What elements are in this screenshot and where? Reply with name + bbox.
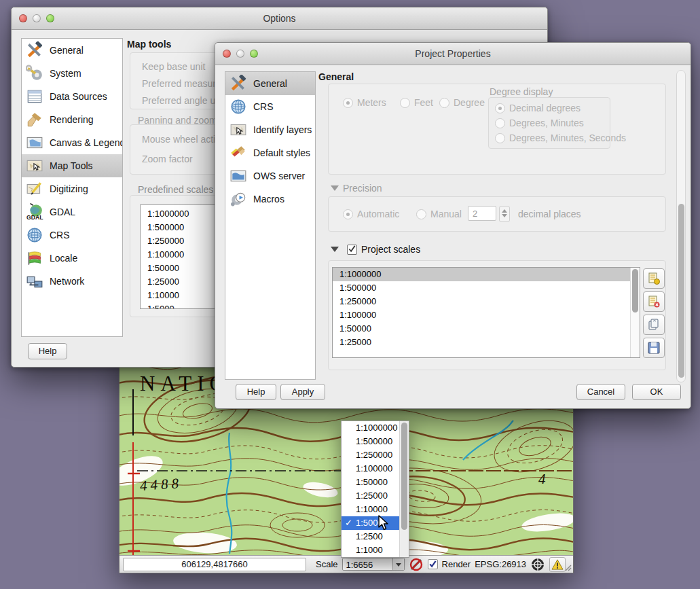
ok-button[interactable]: OK (632, 384, 681, 400)
sidebar-item-crs[interactable]: CRS (22, 224, 122, 247)
radio-automatic[interactable]: Automatic (343, 209, 399, 219)
flags-icon (26, 249, 43, 267)
remove-scale-button[interactable] (643, 291, 665, 312)
list-item[interactable]: 1:500000 (333, 281, 640, 295)
apply-button[interactable]: Apply (280, 384, 325, 400)
dialog-scrollbar[interactable] (676, 70, 686, 382)
gdal-icon: GDAL (26, 203, 43, 221)
sidebar-item-gdal[interactable]: GDAL GDAL (22, 200, 122, 224)
svg-text:GDAL: GDAL (26, 214, 43, 221)
list-scrollbar[interactable] (630, 268, 640, 357)
save-icon (647, 341, 661, 355)
sidebar-item-default-styles[interactable]: Default styles (225, 141, 315, 164)
sidebar-item-crs[interactable]: CRS (225, 95, 315, 118)
project-properties-window: Project Properties General CRS (215, 42, 691, 409)
scale-combobox[interactable]: 1:6656 (342, 558, 405, 571)
dropdown-scrollbar[interactable] (399, 421, 409, 557)
spin-down-icon[interactable] (502, 214, 507, 217)
map-text-elevation: 4488 (139, 475, 183, 495)
radio-degree[interactable]: Degree (439, 97, 485, 108)
load-scales-button[interactable] (643, 315, 665, 335)
list-item[interactable]: 1:1000000 (333, 268, 640, 281)
sidebar-item-digitizing[interactable]: Digitizing (22, 177, 122, 200)
triangle-down-icon[interactable] (331, 247, 339, 252)
sidebar-item-map-tools[interactable]: Map Tools (22, 154, 122, 177)
list-scrollbar-thumb[interactable] (632, 269, 638, 313)
cancel-button[interactable]: Cancel (576, 384, 625, 400)
radio-button[interactable] (416, 209, 426, 219)
add-scale-button[interactable] (643, 268, 665, 289)
sidebar-item-canvas-legend[interactable]: Canvas & Legend (22, 131, 122, 154)
sidebar-item-locale[interactable]: Locale (22, 247, 122, 270)
keep-base-unit-label[interactable]: Keep base unit (142, 61, 205, 72)
coordinate-display[interactable]: 606129,4817660 (123, 558, 306, 571)
radio-manual[interactable]: Manual (416, 209, 462, 219)
radio-degrees-minutes-seconds[interactable]: Degrees, Minutes, Seconds (495, 132, 626, 143)
mouse-cursor (378, 515, 390, 531)
radio-button[interactable] (343, 98, 353, 108)
radio-button[interactable] (495, 133, 505, 143)
resize-grip[interactable] (564, 564, 572, 571)
list-item[interactable]: 1:25000 (333, 336, 640, 349)
dropdown-scrollbar-thumb[interactable] (401, 423, 407, 530)
radio-meters[interactable]: Meters (343, 97, 386, 108)
spinbox-buttons[interactable] (499, 206, 510, 222)
globe-icon (229, 98, 247, 115)
precision-disclosure[interactable]: Precision (331, 183, 382, 194)
minimize-button[interactable] (236, 50, 244, 58)
globe-icon (26, 226, 43, 244)
radio-button[interactable] (495, 103, 505, 113)
close-button[interactable] (19, 14, 27, 22)
radio-button[interactable] (495, 118, 505, 128)
preferred-measure-label: Preferred measure (142, 78, 221, 89)
project-scales-checkbox[interactable] (347, 245, 357, 255)
window-controls (19, 14, 54, 22)
sidebar-item-identify-layers[interactable]: Identify layers (225, 118, 315, 141)
options-window-title: Options (263, 13, 295, 24)
scale-dropdown-popup: 1:1000000 1:500000 1:250000 1:100000 1:5… (341, 421, 409, 558)
list-item[interactable]: 1:250000 (333, 295, 640, 308)
zoom-button[interactable] (46, 14, 54, 22)
help-button[interactable]: Help (28, 343, 67, 359)
sidebar-item-network[interactable]: Network (22, 270, 122, 293)
sidebar-item-general[interactable]: General (225, 72, 315, 95)
radio-degrees-minutes[interactable]: Degrees, Minutes (495, 118, 584, 128)
save-scales-button[interactable] (643, 338, 665, 358)
close-button[interactable] (223, 50, 231, 58)
options-section-title: Map tools (127, 39, 171, 50)
checkmark-icon: ✓ (345, 516, 352, 530)
dialog-scrollbar-thumb[interactable] (678, 204, 684, 378)
sidebar-item-system[interactable]: System (22, 62, 122, 85)
radio-feet[interactable]: Feet (400, 97, 433, 108)
radio-button[interactable] (439, 98, 449, 108)
help-button[interactable]: Help (236, 384, 276, 400)
options-sidebar: General System Data Sources (21, 38, 123, 337)
scale-combobox-arrow[interactable] (392, 558, 404, 570)
sidebar-item-ows-server[interactable]: OWS server (225, 164, 315, 188)
zoom-button[interactable] (250, 50, 258, 58)
message-log-icon[interactable] (549, 557, 566, 572)
sidebar-item-data-sources[interactable]: Data Sources (22, 85, 122, 108)
radio-button[interactable] (400, 98, 410, 108)
radio-button[interactable] (343, 209, 353, 219)
decimal-places-spinbox[interactable]: 2 (468, 206, 496, 221)
render-checkbox[interactable] (428, 559, 438, 569)
crs-status-icon[interactable] (530, 558, 545, 571)
map-tools-icon (26, 157, 43, 175)
stop-render-icon[interactable] (409, 558, 424, 571)
tools-icon (26, 41, 43, 59)
sidebar-item-rendering[interactable]: Rendering (22, 108, 122, 131)
list-item[interactable]: 1:50000 (333, 322, 640, 336)
options-titlebar[interactable]: Options (12, 7, 547, 30)
radio-decimal-degrees[interactable]: Decimal degrees (495, 103, 581, 113)
sidebar-item-general[interactable]: General (22, 39, 122, 62)
project-scales-header[interactable]: Project scales (331, 244, 420, 255)
render-label: Render (442, 559, 471, 569)
triangle-down-icon[interactable] (331, 185, 339, 191)
table-icon (26, 88, 43, 105)
sidebar-item-macros[interactable]: Macros (225, 188, 315, 211)
spin-up-icon[interactable] (502, 209, 507, 213)
project-titlebar[interactable]: Project Properties (215, 43, 690, 65)
list-item[interactable]: 1:100000 (333, 308, 640, 322)
minimize-button[interactable] (33, 14, 41, 22)
